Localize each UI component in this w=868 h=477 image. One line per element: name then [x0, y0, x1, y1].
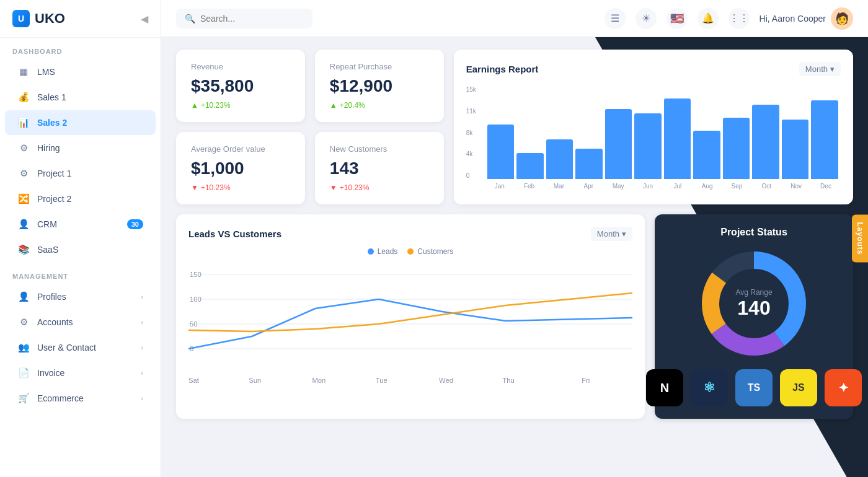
tech-icon-next: N	[646, 369, 683, 406]
earnings-chart: 15k11k8k4k0 JanFebMarAprMayJunJulAugSepO…	[466, 86, 841, 190]
tech-icons-row: N ⚛ TS JS ✦	[667, 369, 841, 406]
logo-label: UKO	[35, 11, 65, 27]
earnings-month-selector[interactable]: Month ▾	[799, 62, 841, 76]
sidebar-section-dashboard: DASHBOARD▦LMS💰Sales 1📊Sales 2⚙Hiring⚙Pro…	[0, 38, 161, 262]
sales2-icon: 📊	[17, 116, 30, 129]
donut-center: Avg Range 140	[735, 288, 772, 320]
sidebar-item-label-crm: CRM	[37, 219, 57, 229]
invoice-icon: 📄	[17, 367, 30, 379]
saas-icon: 📚	[17, 243, 30, 256]
grid-icon-button[interactable]: ⋮⋮	[728, 8, 750, 29]
earnings-title: Earnings Report	[466, 64, 539, 74]
down-arrow-icon-2: ▼	[330, 183, 337, 192]
crm-icon: 👤	[17, 218, 30, 230]
month-label-May: May	[603, 183, 633, 190]
earnings-header: Earnings Report Month ▾	[466, 62, 841, 76]
y-label: 8k	[466, 129, 476, 136]
month-label-Sep: Sep	[722, 183, 752, 190]
y-label: 0	[466, 172, 476, 179]
month-label-Apr: Apr	[574, 183, 603, 190]
sidebar-item-profiles[interactable]: 👤Profiles›	[5, 284, 156, 309]
sidebar-item-left-invoice: 📄Invoice	[17, 367, 64, 379]
legend-dot-customers	[407, 248, 414, 255]
menu-icon-button[interactable]: ☰	[604, 8, 626, 29]
bar-11	[811, 100, 838, 179]
sidebar-item-ecommerce[interactable]: 🛒Ecommerce›	[5, 386, 156, 411]
logo-icon: U	[12, 10, 30, 27]
user-contact-icon: 👥	[17, 341, 30, 354]
sidebar-item-left-saas: 📚SaaS	[17, 243, 58, 256]
user-info[interactable]: Hi, Aaron Cooper 🧑	[760, 7, 853, 30]
hiring-icon: ⚙	[17, 142, 30, 154]
sidebar-item-project2[interactable]: 🔀Project 2	[5, 186, 156, 211]
up-arrow-icon: ▲	[191, 101, 198, 110]
svg-text:50: 50	[190, 320, 197, 328]
bar-9	[752, 105, 779, 179]
line-chart-svg: 150 100 50 0 Sat Sun Mon Tu	[188, 262, 632, 386]
project1-icon: ⚙	[17, 167, 30, 180]
chevron-icon-profiles: ›	[141, 293, 143, 300]
sidebar-item-sales1[interactable]: 💰Sales 1	[5, 85, 156, 110]
sidebar-item-lms[interactable]: ▦LMS	[5, 59, 156, 84]
sidebar-item-accounts[interactable]: ⚙Accounts›	[5, 310, 156, 335]
stat-card-revenue: Revenue $35,800 ▲ +10.23%	[176, 50, 305, 122]
svg-text:Fri: Fri	[582, 377, 590, 384]
leads-card: Leads VS Customers Month ▾ Leads	[176, 214, 645, 419]
earnings-period-label: Month	[805, 64, 828, 74]
bar-group-7	[693, 86, 720, 179]
header-left: 🔍	[176, 9, 312, 28]
flag-icon-button[interactable]: 🇺🇸	[666, 8, 688, 29]
avatar: 🧑	[831, 7, 853, 30]
month-label-Mar: Mar	[544, 183, 574, 190]
project2-icon: 🔀	[17, 193, 30, 205]
sidebar-item-left-project1: ⚙Project 1	[17, 167, 71, 180]
search-input[interactable]	[200, 14, 304, 24]
y-label: 11k	[466, 108, 476, 115]
sidebar-item-left-accounts: ⚙Accounts	[17, 316, 73, 328]
chevron-icon-invoice: ›	[141, 369, 143, 377]
bottom-row: Leads VS Customers Month ▾ Leads	[176, 214, 853, 419]
svg-text:Sun: Sun	[249, 377, 261, 384]
svg-text:Mon: Mon	[312, 377, 326, 384]
stat-label-repeat: Repeat Purchase	[330, 62, 429, 71]
legend-customers: Customers	[407, 247, 453, 256]
sidebar-item-label-accounts: Accounts	[37, 317, 73, 327]
bar-chart-wrapper: JanFebMarAprMayJunJulAugSepOctNovDec	[485, 86, 841, 190]
sidebar-item-crm[interactable]: 👤CRM30	[5, 212, 156, 237]
sidebar-item-left-ecommerce: 🛒Ecommerce	[17, 392, 84, 405]
sidebar-item-saas[interactable]: 📚SaaS	[5, 237, 156, 262]
bar-group-0	[487, 86, 515, 179]
sales1-icon: 💰	[17, 91, 30, 103]
lms-icon: ▦	[17, 66, 30, 78]
profiles-icon: 👤	[17, 291, 30, 303]
sidebar-item-sales2[interactable]: 📊Sales 2	[5, 110, 156, 135]
sidebar-item-invoice[interactable]: 📄Invoice›	[5, 361, 156, 385]
chevron-down-icon-2: ▾	[622, 229, 626, 239]
donut-center-value: 140	[735, 297, 772, 320]
bar-group-1	[516, 86, 544, 179]
sidebar-collapse-button[interactable]: ◀	[141, 13, 148, 25]
legend-label-leads: Leads	[378, 247, 398, 256]
sidebar-item-user-contact[interactable]: 👥User & Contact›	[5, 335, 156, 360]
search-bar[interactable]: 🔍	[176, 9, 312, 28]
bell-icon-button[interactable]: 🔔	[698, 8, 719, 29]
sun-icon-button[interactable]: ☀	[636, 8, 657, 29]
sidebar-item-project1[interactable]: ⚙Project 1	[5, 161, 156, 186]
sidebar-item-left-hiring: ⚙Hiring	[17, 142, 60, 154]
stats-and-earnings: Revenue $35,800 ▲ +10.23% Repeat Purchas…	[176, 50, 853, 204]
stat-card-avgorder: Average Order value $1,000 ▼ +10.23%	[176, 132, 305, 204]
leads-month-selector[interactable]: Month ▾	[591, 227, 632, 241]
sidebar-item-label-lms: LMS	[37, 67, 55, 77]
chart-labels: JanFebMarAprMayJunJulAugSepOctNovDec	[485, 183, 841, 190]
month-label-Jun: Jun	[633, 183, 663, 190]
logo: U UKO	[12, 10, 65, 27]
bar-5	[634, 113, 662, 179]
bar-1	[516, 153, 544, 179]
stat-card-repeat: Repeat Purchase $12,900 ▲ +20.4%	[315, 50, 444, 122]
sidebar-item-hiring[interactable]: ⚙Hiring	[5, 136, 156, 160]
dashboard-body: Revenue $35,800 ▲ +10.23% Repeat Purchas…	[161, 37, 868, 477]
donut-center-label: Avg Range	[735, 288, 772, 297]
sidebar-item-left-sales1: 💰Sales 1	[17, 91, 66, 103]
month-label-Oct: Oct	[751, 183, 781, 190]
layouts-tab[interactable]: Layouts	[852, 214, 868, 262]
